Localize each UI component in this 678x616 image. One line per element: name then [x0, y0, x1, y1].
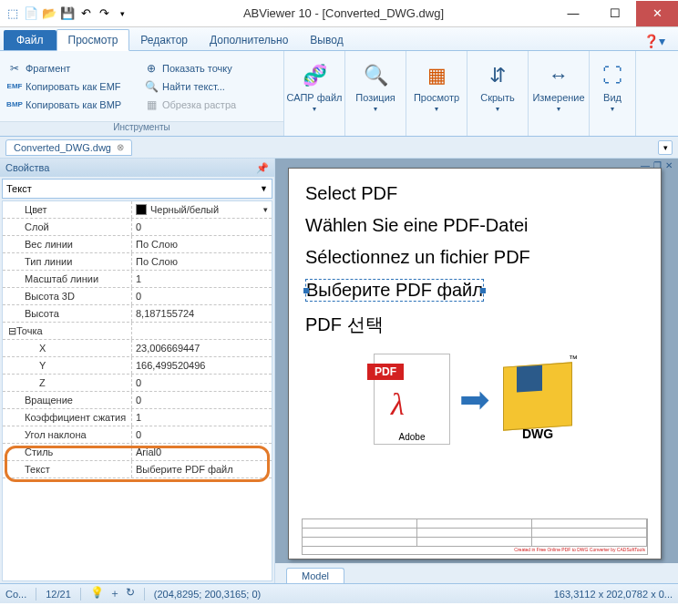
property-value[interactable]: 1 — [132, 271, 272, 287]
tab-view[interactable]: Просмотр — [56, 29, 130, 51]
property-value[interactable]: 1 — [132, 409, 272, 426]
cad-file-button[interactable]: 🧬САПР файл▾ — [284, 51, 344, 122]
credit-text: Created in Free Online PDF to DWG Conver… — [303, 547, 647, 552]
property-value[interactable]: 166,499520496 — [132, 357, 272, 374]
property-value[interactable]: Черный/белый▾ — [132, 201, 272, 218]
ribbon: ✂Фрагмент EMFКопировать как EMF BMPКопир… — [0, 51, 678, 137]
property-value[interactable]: 0 — [132, 288, 272, 304]
property-value[interactable]: По Слою — [132, 236, 272, 252]
selection-handle[interactable] — [303, 288, 309, 293]
property-row[interactable]: Z0 — [3, 375, 272, 392]
model-tab-row: Model — [275, 563, 678, 583]
qat-dropdown-icon[interactable]: ▾ — [115, 6, 129, 21]
open-icon[interactable]: 📂 — [42, 6, 56, 21]
property-value[interactable]: 0 — [132, 375, 272, 391]
property-row[interactable]: Тип линииПо Слою — [3, 253, 272, 271]
property-value[interactable]: 0 — [132, 219, 272, 235]
property-row[interactable]: ЦветЧерный/белый▾ — [3, 201, 272, 219]
show-point-button[interactable]: ⊕Показать точку — [142, 60, 238, 77]
copy-bmp-button[interactable]: BMPКопировать как BMP — [5, 97, 142, 113]
fragment-button[interactable]: ✂Фрагмент — [5, 60, 142, 77]
measure-button[interactable]: ↔Измерение▾ — [529, 51, 589, 122]
crop-raster-label: Обрезка растра — [162, 99, 236, 110]
bulb-icon[interactable]: 💡 — [90, 586, 104, 601]
property-row[interactable]: Вращение0 — [3, 392, 272, 409]
property-value[interactable]: Arial0 — [132, 444, 272, 460]
property-row[interactable]: Вес линииПо Слою — [3, 236, 272, 253]
property-key: Масштаб линии — [3, 271, 132, 287]
property-value[interactable]: 0 — [132, 392, 272, 408]
document-tab[interactable]: Converted_DWG.dwg ⊗ — [5, 139, 132, 156]
position-label: Позиция — [355, 92, 396, 103]
find-text-button[interactable]: 🔍Найти текст... — [142, 78, 238, 95]
chevron-down-icon[interactable]: ▾ — [263, 205, 272, 214]
property-row[interactable]: Высота 3D0 — [3, 288, 272, 305]
app-icon[interactable]: ⬚ — [5, 6, 20, 21]
color-swatch — [136, 204, 147, 215]
property-category-select[interactable]: Текст ▼ — [2, 179, 272, 199]
quick-access-toolbar: ⬚ 📄 📂 💾 ↶ ↷ ▾ — [0, 6, 135, 21]
canvas-text-selected[interactable]: Выберите PDF файл — [305, 279, 484, 302]
property-value[interactable]: По Слою — [132, 253, 272, 270]
property-row[interactable]: Коэффициент сжатия1 — [3, 409, 272, 426]
canvas-close-icon[interactable]: ✕ — [665, 160, 673, 170]
close-button[interactable]: ✕ — [636, 1, 678, 26]
property-row[interactable]: Угол наклона0 — [3, 426, 272, 444]
close-tab-icon[interactable]: ⊗ — [117, 142, 124, 152]
collapse-icon[interactable]: ⊟ — [8, 325, 16, 337]
property-row[interactable]: Масштаб линии1 — [3, 271, 272, 288]
redo-icon[interactable]: ↷ — [97, 6, 111, 21]
save-icon[interactable]: 💾 — [60, 6, 75, 21]
chevron-down-icon: ▾ — [313, 105, 316, 113]
copy-emf-button[interactable]: EMFКопировать как EMF — [5, 78, 142, 95]
minimize-button[interactable]: — — [552, 1, 594, 26]
new-icon[interactable]: 📄 — [24, 6, 38, 21]
chevron-down-icon: ▾ — [496, 105, 499, 113]
maximize-button[interactable]: ☐ — [594, 1, 636, 26]
plus-icon[interactable]: ＋ — [109, 586, 120, 601]
drawing-canvas[interactable]: Select PDF Wählen Sie eine PDF-Datei Sél… — [288, 168, 662, 560]
undo-icon[interactable]: ↶ — [78, 6, 93, 21]
dwg-label: DWG — [499, 426, 576, 441]
ribbon-group-measure: ↔Измерение▾ — [529, 51, 590, 136]
help-button[interactable]: ❓▾ — [638, 32, 671, 50]
fragment-icon: ✂ — [7, 61, 22, 76]
canvas-text-line: PDF 선택 — [305, 313, 644, 337]
collapse-icon: ⇵ — [483, 61, 512, 90]
model-tab[interactable]: Model — [286, 568, 344, 583]
window-buttons: — ☐ ✕ — [552, 1, 678, 26]
property-key: Коэффициент сжатия — [3, 409, 132, 426]
expand-tabs-button[interactable]: ▾ — [658, 140, 673, 155]
expand-icon: ⛶ — [598, 61, 627, 90]
property-value[interactable]: 23,006669447 — [132, 340, 272, 356]
hide-button[interactable]: ⇵Скрыть▾ — [467, 51, 528, 122]
tab-output[interactable]: Вывод — [299, 30, 354, 50]
chevron-down-icon: ▾ — [435, 105, 438, 113]
view-button[interactable]: ▦Просмотр▾ — [406, 51, 467, 122]
tab-editor[interactable]: Редактор — [129, 30, 199, 50]
property-value[interactable] — [132, 323, 272, 339]
property-row[interactable]: ТекстВыберите PDF файл — [3, 461, 272, 478]
property-row[interactable]: Слой0 — [3, 219, 272, 236]
ribbon-group-view: ▦Просмотр▾ — [406, 51, 467, 136]
copy-emf-label: Копировать как EMF — [26, 81, 121, 92]
property-row[interactable]: СтильArial0 — [3, 444, 272, 461]
property-row[interactable]: Y166,499520496 — [3, 357, 272, 375]
selection-handle[interactable] — [480, 288, 486, 293]
property-row[interactable]: X23,006669447 — [3, 340, 272, 357]
property-row[interactable]: Высота8,187155724 — [3, 305, 272, 323]
refresh-icon[interactable]: ↻ — [126, 586, 135, 601]
ribbon-group-position: 🔍Позиция▾ — [345, 51, 406, 136]
property-value[interactable]: 8,187155724 — [132, 305, 272, 322]
pin-icon[interactable]: 📌 — [256, 162, 269, 174]
file-tab[interactable]: Файл — [4, 30, 56, 50]
property-value[interactable]: 0 — [132, 426, 272, 443]
crop-icon: ▦ — [144, 98, 159, 112]
property-value[interactable]: Выберите PDF файл — [132, 461, 272, 477]
position-button[interactable]: 🔍Позиция▾ — [345, 51, 406, 122]
show-point-label: Показать точку — [162, 63, 232, 74]
status-left1: Co... — [5, 589, 26, 600]
viewmode-button[interactable]: ⛶Вид▾ — [590, 51, 635, 122]
property-row[interactable]: ⊟ Точка — [3, 323, 272, 340]
tab-advanced[interactable]: Дополнительно — [199, 30, 299, 50]
